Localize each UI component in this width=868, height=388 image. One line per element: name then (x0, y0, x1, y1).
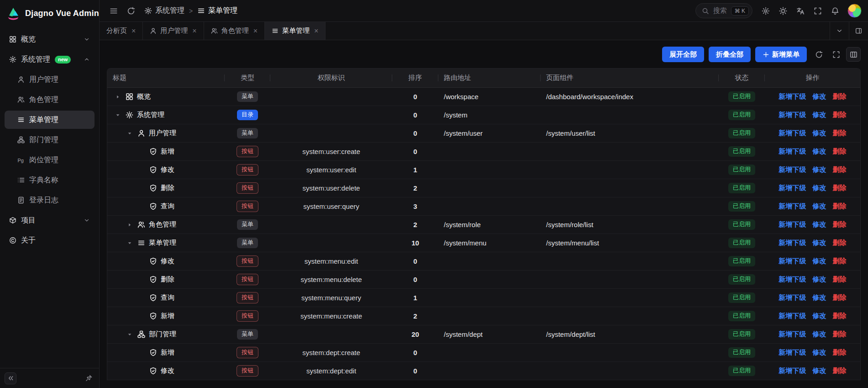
add-child-link[interactable]: 新增下级 (779, 275, 806, 284)
add-child-link[interactable]: 新增下级 (779, 312, 806, 320)
notifications-button[interactable] (827, 3, 843, 19)
expand-row-icon[interactable] (126, 222, 134, 228)
sidebar-item-2[interactable]: 用户管理 (5, 70, 95, 89)
sidebar-item-8[interactable]: 登录日志 (5, 191, 95, 209)
add-child-link[interactable]: 新增下级 (779, 239, 806, 247)
add-child-link[interactable]: 新增下级 (779, 367, 806, 375)
edit-link[interactable]: 修改 (813, 348, 826, 357)
add-child-link[interactable]: 新增下级 (779, 92, 806, 101)
tab-1[interactable]: 用户管理× (143, 22, 204, 40)
add-child-link[interactable]: 新增下级 (779, 202, 806, 211)
edit-link[interactable]: 修改 (813, 184, 826, 192)
collapse-row-icon[interactable] (126, 131, 134, 136)
delete-link[interactable]: 删除 (833, 293, 847, 302)
settings-button[interactable] (758, 3, 773, 19)
toolbar-button-2[interactable]: 新增菜单 (755, 47, 807, 62)
sidebar-item-6[interactable]: Pg岗位管理 (5, 151, 95, 169)
table-refresh-button[interactable] (811, 47, 826, 62)
add-child-link[interactable]: 新增下级 (779, 147, 806, 156)
sidebar-item-4[interactable]: 菜单管理 (5, 111, 95, 129)
tab-close-icon[interactable]: × (253, 27, 258, 35)
language-button[interactable] (793, 3, 808, 19)
tab-close-icon[interactable]: × (132, 27, 136, 35)
edit-link[interactable]: 修改 (813, 293, 826, 302)
app-logo[interactable]: Djagno Vue Admin (0, 0, 99, 27)
edit-link[interactable]: 修改 (813, 129, 826, 138)
search-input[interactable]: 搜索 ⌘ K (695, 3, 752, 18)
add-child-link[interactable]: 新增下级 (779, 184, 806, 192)
delete-link[interactable]: 删除 (833, 165, 847, 174)
delete-link[interactable]: 删除 (833, 220, 847, 229)
add-child-link[interactable]: 新增下级 (779, 165, 806, 174)
pin-sidebar-button[interactable] (83, 372, 95, 384)
edit-link[interactable]: 修改 (813, 330, 826, 339)
delete-link[interactable]: 删除 (833, 330, 847, 339)
delete-link[interactable]: 删除 (833, 312, 847, 320)
delete-link[interactable]: 删除 (833, 275, 847, 284)
tab-2[interactable]: 角色管理× (204, 22, 265, 40)
edit-link[interactable]: 修改 (813, 312, 826, 320)
table-fullscreen-button[interactable] (829, 47, 843, 62)
add-child-link[interactable]: 新增下级 (779, 293, 806, 302)
delete-link[interactable]: 删除 (833, 239, 847, 247)
delete-link[interactable]: 删除 (833, 184, 847, 192)
edit-link[interactable]: 修改 (813, 367, 826, 375)
breadcrumb-item-0[interactable]: 系统管理 (144, 6, 184, 16)
edit-link[interactable]: 修改 (813, 202, 826, 211)
sidebar-item-10[interactable]: 关于 (5, 231, 95, 250)
edit-link[interactable]: 修改 (813, 147, 826, 156)
collapse-row-icon[interactable] (126, 332, 134, 337)
tabbar-controls (830, 22, 868, 40)
edit-link[interactable]: 修改 (813, 275, 826, 284)
add-child-link[interactable]: 新增下级 (779, 257, 806, 266)
sidebar-item-7[interactable]: 字典名称 (5, 171, 95, 189)
collapse-sidebar-button[interactable] (5, 372, 16, 384)
page-refresh-button[interactable] (123, 3, 139, 19)
sidebar-item-9[interactable]: 项目 (5, 211, 95, 229)
tab-0[interactable]: 分析页× (100, 22, 143, 40)
delete-link[interactable]: 删除 (833, 257, 847, 266)
search-icon (702, 7, 709, 15)
edit-link[interactable]: 修改 (813, 165, 826, 174)
theme-toggle-button[interactable] (775, 3, 791, 19)
table-columns-button[interactable] (846, 47, 861, 62)
sidebar-toggle-button[interactable] (106, 3, 121, 19)
sidebar-item-0[interactable]: 概览 (5, 30, 95, 48)
add-child-link[interactable]: 新增下级 (779, 330, 806, 339)
sidebar-item-5[interactable]: 部门管理 (5, 131, 95, 149)
edit-link[interactable]: 修改 (813, 257, 826, 266)
tab-3[interactable]: 菜单管理× (265, 22, 326, 40)
breadcrumb-item-1[interactable]: 菜单管理 (197, 6, 237, 16)
tabs-layout-button[interactable] (849, 22, 868, 40)
tabbar: 分析页×用户管理×角色管理×菜单管理× (100, 22, 868, 40)
avatar[interactable] (847, 4, 862, 18)
add-child-link[interactable]: 新增下级 (779, 129, 806, 138)
delete-link[interactable]: 删除 (833, 129, 847, 138)
add-child-link[interactable]: 新增下级 (779, 348, 806, 357)
edit-link[interactable]: 修改 (813, 111, 826, 119)
tab-close-icon[interactable]: × (314, 27, 318, 35)
collapse-row-icon[interactable] (114, 112, 122, 118)
sidebar-item-3[interactable]: 角色管理 (5, 90, 95, 109)
toolbar-button-1[interactable]: 折叠全部 (709, 47, 751, 62)
add-child-link[interactable]: 新增下级 (779, 111, 806, 119)
toolbar-button-0[interactable]: 展开全部 (662, 47, 704, 62)
delete-link[interactable]: 删除 (833, 147, 847, 156)
tabs-dropdown-button[interactable] (830, 22, 849, 40)
delete-link[interactable]: 删除 (833, 367, 847, 375)
delete-link[interactable]: 删除 (833, 111, 847, 119)
edit-link[interactable]: 修改 (813, 239, 826, 247)
delete-link[interactable]: 删除 (833, 202, 847, 211)
dict-icon (17, 176, 25, 184)
tab-close-icon[interactable]: × (192, 27, 196, 35)
expand-row-icon[interactable] (114, 94, 122, 100)
collapse-row-icon[interactable] (126, 240, 134, 246)
cell-permission: system:menu:query (270, 294, 392, 302)
add-child-link[interactable]: 新增下级 (779, 220, 806, 229)
delete-link[interactable]: 删除 (833, 92, 847, 101)
fullscreen-button[interactable] (810, 3, 826, 19)
edit-link[interactable]: 修改 (813, 220, 826, 229)
delete-link[interactable]: 删除 (833, 348, 847, 357)
edit-link[interactable]: 修改 (813, 92, 826, 101)
sidebar-item-1[interactable]: 系统管理new (5, 50, 95, 69)
